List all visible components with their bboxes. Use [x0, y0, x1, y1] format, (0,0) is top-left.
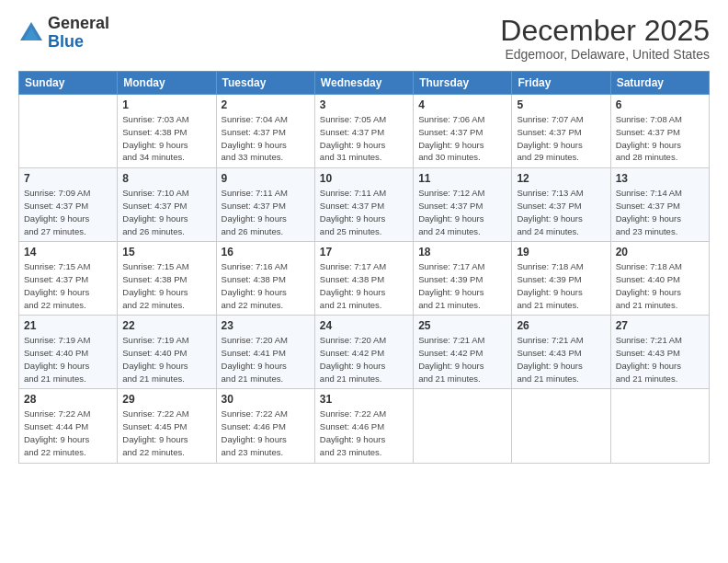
week-row-0: 1Sunrise: 7:03 AMSunset: 4:38 PMDaylight…: [19, 95, 710, 168]
day-info: Sunrise: 7:21 AMSunset: 4:43 PMDaylight:…: [517, 334, 605, 385]
day-number: 29: [122, 393, 210, 406]
day-number: 12: [517, 172, 605, 185]
logo-general-label: General: [48, 15, 109, 33]
logo-text: General Blue: [48, 15, 109, 52]
calendar-cell: 19Sunrise: 7:18 AMSunset: 4:39 PMDayligh…: [512, 242, 610, 316]
day-info: Sunrise: 7:15 AMSunset: 4:37 PMDaylight:…: [24, 260, 112, 311]
day-info: Sunrise: 7:05 AMSunset: 4:37 PMDaylight:…: [320, 113, 408, 164]
day-number: 17: [320, 246, 408, 259]
calendar-cell: 22Sunrise: 7:19 AMSunset: 4:40 PMDayligh…: [118, 316, 216, 389]
day-number: 2: [222, 98, 310, 111]
day-number: 8: [122, 172, 210, 185]
calendar-cell: 27Sunrise: 7:21 AMSunset: 4:43 PMDayligh…: [610, 316, 709, 389]
day-number: 9: [222, 172, 310, 185]
day-info: Sunrise: 7:19 AMSunset: 4:40 PMDaylight:…: [24, 334, 112, 385]
calendar-cell: 29Sunrise: 7:22 AMSunset: 4:45 PMDayligh…: [118, 389, 216, 463]
day-number: 11: [418, 172, 506, 185]
calendar-cell: 11Sunrise: 7:12 AMSunset: 4:37 PMDayligh…: [414, 168, 512, 242]
title-block: December 2025 Edgemoor, Delaware, United…: [500, 15, 710, 62]
day-info: Sunrise: 7:19 AMSunset: 4:40 PMDaylight:…: [122, 334, 210, 385]
week-row-2: 14Sunrise: 7:15 AMSunset: 4:37 PMDayligh…: [19, 242, 710, 316]
weekday-header-wednesday: Wednesday: [314, 72, 413, 95]
logo-icon: [18, 20, 44, 46]
calendar-cell: 12Sunrise: 7:13 AMSunset: 4:37 PMDayligh…: [512, 168, 610, 242]
day-info: Sunrise: 7:20 AMSunset: 4:41 PMDaylight:…: [222, 334, 310, 385]
day-info: Sunrise: 7:12 AMSunset: 4:37 PMDaylight:…: [418, 187, 506, 237]
day-number: 31: [320, 393, 408, 406]
weekday-header-tuesday: Tuesday: [216, 72, 314, 95]
day-number: 18: [418, 246, 506, 259]
day-number: 7: [24, 172, 112, 185]
day-info: Sunrise: 7:22 AMSunset: 4:46 PMDaylight:…: [222, 408, 310, 458]
day-info: Sunrise: 7:18 AMSunset: 4:40 PMDaylight:…: [616, 260, 704, 311]
calendar-cell: [19, 95, 118, 168]
logo: General Blue: [18, 15, 109, 52]
week-row-3: 21Sunrise: 7:19 AMSunset: 4:40 PMDayligh…: [19, 316, 710, 389]
day-number: 27: [616, 319, 704, 332]
calendar-cell: 23Sunrise: 7:20 AMSunset: 4:41 PMDayligh…: [216, 316, 314, 389]
calendar-cell: 3Sunrise: 7:05 AMSunset: 4:37 PMDaylight…: [314, 95, 413, 168]
day-number: 23: [222, 319, 310, 332]
calendar-cell: [610, 389, 709, 463]
weekday-header-friday: Friday: [512, 72, 610, 95]
calendar-cell: 31Sunrise: 7:22 AMSunset: 4:46 PMDayligh…: [314, 389, 413, 463]
month-title: December 2025: [500, 15, 710, 47]
weekday-header-monday: Monday: [118, 72, 216, 95]
weekday-header-thursday: Thursday: [414, 72, 512, 95]
calendar-cell: 28Sunrise: 7:22 AMSunset: 4:44 PMDayligh…: [19, 389, 118, 463]
calendar-cell: 7Sunrise: 7:09 AMSunset: 4:37 PMDaylight…: [19, 168, 118, 242]
calendar-cell: 5Sunrise: 7:07 AMSunset: 4:37 PMDaylight…: [512, 95, 610, 168]
day-number: 28: [24, 393, 112, 406]
calendar-cell: 4Sunrise: 7:06 AMSunset: 4:37 PMDaylight…: [414, 95, 512, 168]
day-info: Sunrise: 7:14 AMSunset: 4:37 PMDaylight:…: [616, 187, 704, 237]
day-number: 6: [616, 98, 704, 111]
logo-blue-label: Blue: [48, 33, 109, 52]
calendar-cell: 9Sunrise: 7:11 AMSunset: 4:37 PMDaylight…: [216, 168, 314, 242]
day-info: Sunrise: 7:03 AMSunset: 4:38 PMDaylight:…: [122, 113, 210, 164]
day-number: 30: [222, 393, 310, 406]
day-info: Sunrise: 7:21 AMSunset: 4:43 PMDaylight:…: [616, 334, 704, 385]
day-info: Sunrise: 7:16 AMSunset: 4:38 PMDaylight:…: [222, 260, 310, 311]
day-number: 10: [320, 172, 408, 185]
calendar-cell: 10Sunrise: 7:11 AMSunset: 4:37 PMDayligh…: [314, 168, 413, 242]
location-subtitle: Edgemoor, Delaware, United States: [500, 47, 710, 62]
day-number: 21: [24, 319, 112, 332]
day-number: 5: [517, 98, 605, 111]
day-info: Sunrise: 7:11 AMSunset: 4:37 PMDaylight:…: [222, 187, 310, 237]
day-info: Sunrise: 7:04 AMSunset: 4:37 PMDaylight:…: [222, 113, 310, 164]
week-row-1: 7Sunrise: 7:09 AMSunset: 4:37 PMDaylight…: [19, 168, 710, 242]
day-number: 13: [616, 172, 704, 185]
day-info: Sunrise: 7:10 AMSunset: 4:37 PMDaylight:…: [122, 187, 210, 237]
day-info: Sunrise: 7:17 AMSunset: 4:38 PMDaylight:…: [320, 260, 408, 311]
calendar-cell: [414, 389, 512, 463]
day-info: Sunrise: 7:09 AMSunset: 4:37 PMDaylight:…: [24, 187, 112, 237]
day-number: 20: [616, 246, 704, 259]
day-info: Sunrise: 7:13 AMSunset: 4:37 PMDaylight:…: [517, 187, 605, 237]
day-number: 25: [418, 319, 506, 332]
day-number: 14: [24, 246, 112, 259]
calendar-cell: 21Sunrise: 7:19 AMSunset: 4:40 PMDayligh…: [19, 316, 118, 389]
calendar-cell: 13Sunrise: 7:14 AMSunset: 4:37 PMDayligh…: [610, 168, 709, 242]
calendar-cell: 8Sunrise: 7:10 AMSunset: 4:37 PMDaylight…: [118, 168, 216, 242]
calendar-cell: 14Sunrise: 7:15 AMSunset: 4:37 PMDayligh…: [19, 242, 118, 316]
calendar-cell: [512, 389, 610, 463]
day-number: 26: [517, 319, 605, 332]
calendar-table: SundayMondayTuesdayWednesdayThursdayFrid…: [18, 71, 710, 463]
day-number: 15: [122, 246, 210, 259]
weekday-header-saturday: Saturday: [610, 72, 709, 95]
day-info: Sunrise: 7:18 AMSunset: 4:39 PMDaylight:…: [517, 260, 605, 311]
calendar-cell: 2Sunrise: 7:04 AMSunset: 4:37 PMDaylight…: [216, 95, 314, 168]
day-info: Sunrise: 7:08 AMSunset: 4:37 PMDaylight:…: [616, 113, 704, 164]
day-number: 4: [418, 98, 506, 111]
page: General Blue December 2025 Edgemoor, Del…: [0, 0, 728, 563]
day-number: 22: [122, 319, 210, 332]
day-info: Sunrise: 7:20 AMSunset: 4:42 PMDaylight:…: [320, 334, 408, 385]
weekday-header-sunday: Sunday: [19, 72, 118, 95]
day-number: 19: [517, 246, 605, 259]
calendar-cell: 18Sunrise: 7:17 AMSunset: 4:39 PMDayligh…: [414, 242, 512, 316]
day-number: 3: [320, 98, 408, 111]
day-info: Sunrise: 7:06 AMSunset: 4:37 PMDaylight:…: [418, 113, 506, 164]
day-info: Sunrise: 7:07 AMSunset: 4:37 PMDaylight:…: [517, 113, 605, 164]
calendar-cell: 15Sunrise: 7:15 AMSunset: 4:38 PMDayligh…: [118, 242, 216, 316]
day-info: Sunrise: 7:22 AMSunset: 4:44 PMDaylight:…: [24, 408, 112, 458]
